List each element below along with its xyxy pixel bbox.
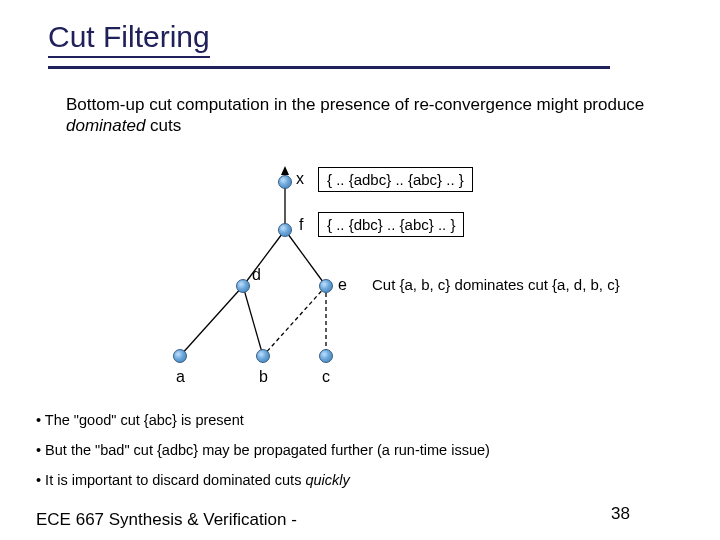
diagram: x f d e a b c { .. {adbc} .. {abc} .. } … bbox=[0, 158, 720, 408]
node-x bbox=[278, 175, 292, 189]
intro-text: Bottom-up cut computation in the presenc… bbox=[66, 94, 656, 137]
title-underline bbox=[48, 66, 610, 69]
bullet-2-text: But the "bad" cut {adbc} may be propagat… bbox=[45, 442, 490, 458]
dominance-note: Cut {a, b, c} dominates cut {a, d, b, c} bbox=[372, 276, 620, 293]
svg-marker-7 bbox=[281, 166, 289, 175]
svg-line-1 bbox=[243, 230, 285, 286]
bullet-1: The "good" cut {abc} is present bbox=[36, 412, 676, 428]
svg-line-2 bbox=[285, 230, 326, 286]
bullet-list: The "good" cut {abc} is present But the … bbox=[36, 412, 676, 502]
bullet-3-text: It is important to discard dominated cut… bbox=[45, 472, 305, 488]
bullet-3-italic: quickly bbox=[305, 472, 349, 488]
node-a bbox=[173, 349, 187, 363]
label-x: x bbox=[296, 170, 304, 188]
svg-line-4 bbox=[243, 286, 263, 356]
label-e: e bbox=[338, 276, 347, 294]
page-number: 38 bbox=[611, 504, 630, 524]
label-d: d bbox=[252, 266, 261, 284]
footer-text: ECE 667 Synthesis & Verification - bbox=[36, 510, 297, 530]
label-a: a bbox=[176, 368, 185, 386]
intro-prefix: Bottom-up cut computation in the presenc… bbox=[66, 95, 644, 114]
label-c: c bbox=[322, 368, 330, 386]
svg-line-3 bbox=[180, 286, 243, 356]
bullet-3: It is important to discard dominated cut… bbox=[36, 472, 676, 488]
bullet-1-text: The "good" cut {abc} is present bbox=[45, 412, 244, 428]
node-e bbox=[319, 279, 333, 293]
node-f bbox=[278, 223, 292, 237]
label-b: b bbox=[259, 368, 268, 386]
node-b bbox=[256, 349, 270, 363]
cutset-box-f: { .. {dbc} .. {abc} .. } bbox=[318, 212, 464, 237]
intro-italic: dominated bbox=[66, 116, 145, 135]
svg-line-5 bbox=[263, 286, 326, 356]
bullet-2: But the "bad" cut {adbc} may be propagat… bbox=[36, 442, 676, 458]
intro-suffix: cuts bbox=[145, 116, 181, 135]
node-d bbox=[236, 279, 250, 293]
slide-title: Cut Filtering bbox=[48, 20, 210, 58]
cutset-box-x: { .. {adbc} .. {abc} .. } bbox=[318, 167, 473, 192]
node-c bbox=[319, 349, 333, 363]
label-f: f bbox=[299, 216, 303, 234]
